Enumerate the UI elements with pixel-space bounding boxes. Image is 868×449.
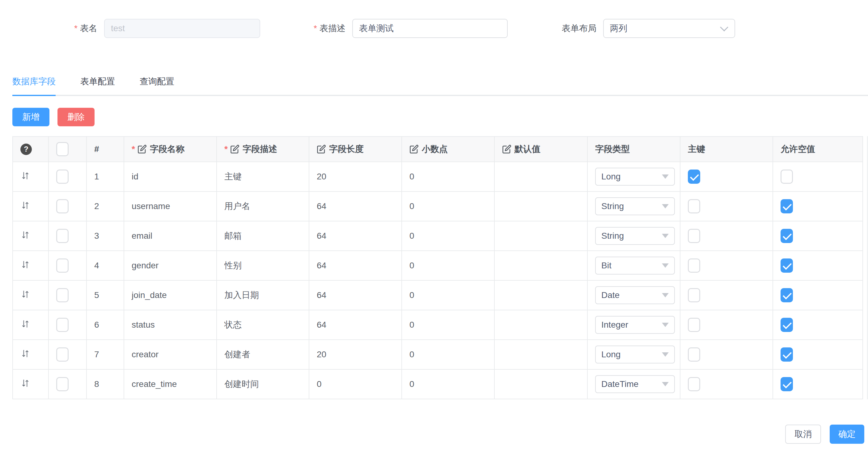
- edit-icon: [230, 145, 240, 154]
- row-select-checkbox[interactable]: [56, 377, 69, 391]
- table-name-input[interactable]: test: [104, 19, 260, 38]
- cell-field-name[interactable]: status: [124, 310, 217, 340]
- cell-field-length[interactable]: 64: [309, 191, 402, 221]
- table-row: 6status状态640Integer: [13, 310, 863, 340]
- cell-default-value[interactable]: [494, 280, 587, 310]
- cell-field-description[interactable]: 状态: [217, 310, 309, 340]
- nullable-checkbox[interactable]: [780, 229, 793, 243]
- cell-decimal[interactable]: 0: [402, 280, 494, 310]
- primary-key-checkbox[interactable]: [688, 229, 700, 243]
- cell-default-value[interactable]: [494, 310, 587, 340]
- edit-icon: [409, 145, 419, 154]
- row-select-checkbox[interactable]: [56, 288, 69, 302]
- field-type-select[interactable]: DateTime: [595, 375, 675, 393]
- cell-field-description[interactable]: 加入日期: [217, 280, 309, 310]
- primary-key-checkbox[interactable]: [688, 377, 700, 391]
- cell-field-description[interactable]: 邮箱: [217, 221, 309, 251]
- cell-field-name[interactable]: id: [124, 162, 217, 191]
- primary-key-checkbox[interactable]: [688, 288, 700, 302]
- col-header-index: #: [87, 136, 124, 162]
- cell-field-description[interactable]: 主键: [217, 162, 309, 191]
- confirm-button[interactable]: 确定: [830, 425, 864, 444]
- caret-down-icon: [662, 382, 669, 386]
- cell-decimal[interactable]: 0: [402, 310, 494, 340]
- cell-decimal[interactable]: 0: [402, 221, 494, 251]
- cell-field-name[interactable]: creator: [124, 340, 217, 369]
- cell-field-name[interactable]: gender: [124, 251, 217, 280]
- primary-key-checkbox[interactable]: [688, 347, 700, 362]
- tab-database-fields[interactable]: 数据库字段: [12, 76, 56, 96]
- cell-decimal[interactable]: 0: [402, 340, 494, 369]
- primary-key-checkbox[interactable]: [688, 199, 700, 213]
- row-select-checkbox[interactable]: [56, 169, 69, 184]
- primary-key-checkbox[interactable]: [688, 169, 700, 184]
- field-type-select[interactable]: Long: [595, 346, 675, 363]
- cell-field-length[interactable]: 20: [309, 162, 402, 191]
- cell-field-length[interactable]: 64: [309, 221, 402, 251]
- nullable-checkbox[interactable]: [780, 288, 793, 302]
- cell-default-value[interactable]: [494, 369, 587, 399]
- nullable-checkbox[interactable]: [780, 199, 793, 213]
- cell-field-length[interactable]: 64: [309, 251, 402, 280]
- cell-default-value[interactable]: [494, 191, 587, 221]
- tab-query-config[interactable]: 查询配置: [140, 76, 174, 95]
- cell-field-name[interactable]: join_date: [124, 280, 217, 310]
- field-type-select[interactable]: Bit: [595, 257, 675, 275]
- drag-sort-icon[interactable]: [21, 230, 30, 240]
- cell-decimal[interactable]: 0: [402, 191, 494, 221]
- select-all-checkbox[interactable]: [56, 142, 69, 156]
- drag-sort-icon[interactable]: [21, 378, 30, 388]
- form-layout-select[interactable]: 两列: [603, 19, 735, 38]
- cell-default-value[interactable]: [494, 162, 587, 191]
- cell-default-value[interactable]: [494, 251, 587, 280]
- field-type-select[interactable]: Long: [595, 168, 675, 186]
- cell-field-length[interactable]: 0: [309, 369, 402, 399]
- cell-field-length[interactable]: 20: [309, 340, 402, 369]
- field-type-select[interactable]: Integer: [595, 316, 675, 334]
- drag-sort-icon[interactable]: [21, 200, 30, 210]
- cell-field-name[interactable]: username: [124, 191, 217, 221]
- col-header-primary-key: 主键: [680, 136, 773, 162]
- cell-field-length[interactable]: 64: [309, 310, 402, 340]
- question-circle-icon[interactable]: [21, 143, 32, 155]
- row-select-checkbox[interactable]: [56, 347, 69, 362]
- cell-decimal[interactable]: 0: [402, 162, 494, 191]
- drag-sort-icon[interactable]: [21, 289, 30, 299]
- drag-sort-icon[interactable]: [21, 260, 30, 269]
- nullable-checkbox[interactable]: [780, 377, 793, 391]
- field-type-select[interactable]: Date: [595, 286, 675, 304]
- cell-default-value[interactable]: [494, 221, 587, 251]
- cell-field-description[interactable]: 创建者: [217, 340, 309, 369]
- cell-field-name[interactable]: create_time: [124, 369, 217, 399]
- drag-sort-icon[interactable]: [21, 319, 30, 329]
- cell-field-description[interactable]: 性别: [217, 251, 309, 280]
- cell-decimal[interactable]: 0: [402, 369, 494, 399]
- nullable-checkbox[interactable]: [780, 347, 793, 362]
- primary-key-checkbox[interactable]: [688, 258, 700, 273]
- cell-decimal[interactable]: 0: [402, 251, 494, 280]
- cell-default-value[interactable]: [494, 340, 587, 369]
- delete-button[interactable]: 删除: [58, 108, 95, 126]
- row-select-checkbox[interactable]: [56, 199, 69, 213]
- drag-sort-icon[interactable]: [21, 349, 30, 358]
- table-row: 1id主键200Long: [13, 162, 863, 191]
- cell-field-description[interactable]: 创建时间: [217, 369, 309, 399]
- row-select-checkbox[interactable]: [56, 318, 69, 332]
- row-select-checkbox[interactable]: [56, 258, 69, 273]
- cancel-button[interactable]: 取消: [785, 425, 821, 444]
- nullable-checkbox[interactable]: [780, 318, 793, 332]
- field-type-select[interactable]: String: [595, 227, 675, 245]
- cell-field-description[interactable]: 用户名: [217, 191, 309, 221]
- nullable-checkbox[interactable]: [780, 258, 793, 273]
- nullable-checkbox[interactable]: [780, 169, 793, 184]
- drag-sort-icon[interactable]: [21, 171, 30, 181]
- add-button[interactable]: 新增: [12, 108, 50, 126]
- field-type-select[interactable]: String: [595, 197, 675, 215]
- table-description-input[interactable]: 表单测试: [352, 19, 508, 38]
- cell-field-length[interactable]: 64: [309, 280, 402, 310]
- tab-form-config[interactable]: 表单配置: [80, 76, 115, 95]
- primary-key-checkbox[interactable]: [688, 318, 700, 332]
- cell-field-name[interactable]: email: [124, 221, 217, 251]
- row-select-checkbox[interactable]: [56, 229, 69, 243]
- table-row: 5join_date加入日期640Date: [13, 280, 863, 310]
